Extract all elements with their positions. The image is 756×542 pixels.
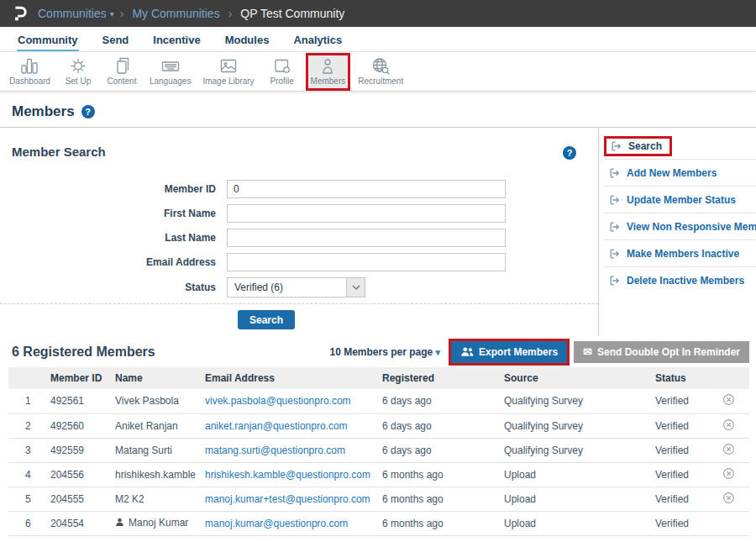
cell-source: Upload [504, 511, 655, 535]
cell-registered: 6 months ago [382, 487, 504, 511]
member-search-panel: Member Search ? Member IDFirst NameLast … [0, 128, 598, 336]
help-icon[interactable]: ? [81, 105, 95, 118]
member-email-link[interactable]: manoj.kumar@questionpro.com [205, 518, 348, 529]
cell-action [722, 413, 749, 438]
cell-action [722, 511, 749, 535]
member-id-input[interactable] [227, 180, 506, 198]
search-button[interactable]: Search [238, 310, 295, 329]
per-page-dropdown[interactable]: 10 Members per page ▾ [329, 346, 440, 358]
globe-search-icon [370, 55, 391, 76]
cell-source: Upload [504, 462, 655, 487]
cell-member-id: 204555 [50, 487, 115, 511]
form-row: Member ID [0, 180, 598, 198]
toolbar-item-dashboard[interactable]: Dashboard [5, 53, 55, 91]
sidebar-item-label: View Non Responsive Members [627, 221, 756, 233]
toolbar-item-recruitment[interactable]: Recruitment [354, 53, 407, 91]
arrow-right-box-icon [609, 248, 621, 260]
questionpro-logo[interactable] [12, 5, 27, 22]
caret-down-icon: ▾ [436, 347, 441, 357]
remove-member-icon[interactable] [722, 443, 735, 455]
tab-analytics[interactable]: Analytics [292, 29, 343, 51]
tab-incentive[interactable]: Incentive [152, 29, 201, 51]
toolbar-item-label: Dashboard [9, 76, 50, 86]
column-header-registered: Registered [382, 367, 504, 389]
member-search-help-icon[interactable]: ? [563, 146, 576, 160]
field-label-last-name: Last Name [0, 232, 227, 244]
cell-member-id: 492561 [50, 389, 115, 413]
remove-member-icon[interactable] [722, 492, 735, 504]
image-icon [218, 55, 239, 76]
bar-chart-icon [18, 55, 40, 76]
remove-member-icon[interactable] [722, 467, 735, 480]
header-action-blank [722, 367, 749, 389]
main-content: Member Search ? Member IDFirst NameLast … [0, 128, 756, 336]
export-members-highlight-box: Export Members [449, 339, 570, 366]
member-name: Aniket Ranjan [115, 420, 178, 432]
member-email-link[interactable]: vivek.pasbola@questionpro.com [205, 395, 351, 407]
sidebar-item-inner: Make Members Inactive [604, 245, 744, 262]
sidebar-item-update-member-status[interactable]: Update Member Status [604, 187, 756, 213]
member-email-link[interactable]: aniket.ranjan@questionpro.com [205, 420, 348, 432]
cell-name: Aniket Ranjan [115, 413, 205, 438]
member-email-link[interactable]: manoj.kumar+test@questionpro.com [205, 493, 370, 505]
sidebar-item-label: Make Members Inactive [627, 248, 739, 260]
member-email-link[interactable]: matang.surti@questionpro.com [205, 445, 345, 456]
chevron-down-icon [346, 278, 365, 297]
table-row: 4204556hrishikesh.kamblehrishikesh.kambl… [8, 462, 749, 487]
keyboard-icon [160, 55, 181, 76]
admin-person-icon [115, 518, 124, 529]
sidebar-item-view-non-responsive-members[interactable]: View Non Responsive Members [604, 213, 756, 240]
caret-down-icon[interactable]: ▾ [110, 9, 114, 18]
sidebar-item-make-members-inactive[interactable]: Make Members Inactive [604, 240, 756, 267]
sidebar-item-search[interactable]: Search [604, 133, 756, 160]
email-address-input[interactable] [227, 253, 506, 271]
row-number: 5 [8, 487, 50, 511]
member-search-title: Member Search [12, 145, 106, 159]
breadcrumb-item-qp-test-community[interactable]: QP Test Community [240, 7, 344, 20]
toolbar-item-set-up[interactable]: Set Up [58, 53, 98, 91]
sidebar-item-label: Add New Members [627, 167, 717, 179]
send-reminder-button[interactable]: ✉ Send Double Opt In Reminder [574, 341, 749, 363]
member-email-link[interactable]: hrishikesh.kamble@questionpro.com [205, 469, 370, 481]
actions-sidebar: SearchAdd New MembersUpdate Member Statu… [598, 128, 756, 336]
form-row: StatusVerified (6) [0, 277, 598, 297]
topbar: Communities▾›My Communities›QP Test Comm… [0, 0, 756, 27]
cell-name: Matang Surti [115, 438, 205, 462]
sidebar-item-label: Update Member Status [627, 194, 736, 206]
export-members-button[interactable]: Export Members [451, 341, 567, 363]
remove-member-icon[interactable] [722, 418, 735, 431]
cell-member-id: 204556 [50, 462, 115, 487]
cell-action [722, 389, 749, 413]
toolbar-item-label: Set Up [66, 76, 92, 86]
cell-member-id: 204554 [50, 511, 115, 535]
tab-community[interactable]: Community [17, 29, 79, 51]
cell-email: vivek.pasbola@questionpro.com [205, 389, 382, 413]
first-name-input[interactable] [227, 204, 506, 223]
tab-modules[interactable]: Modules [224, 29, 270, 51]
row-number: 6 [8, 511, 50, 535]
remove-member-icon[interactable] [722, 393, 735, 406]
status-select[interactable]: Verified (6) [227, 277, 365, 297]
sidebar-item-add-new-members[interactable]: Add New Members [604, 160, 756, 187]
breadcrumb-item-my-communities[interactable]: My Communities [132, 7, 219, 20]
cell-source: Qualifying Survey [504, 413, 655, 438]
tab-send[interactable]: Send [102, 29, 130, 51]
toolbar-item-image-library[interactable]: Image Library [198, 53, 258, 91]
column-header-source: Source [504, 367, 655, 389]
last-name-input[interactable] [227, 229, 506, 247]
person-icon [317, 55, 339, 76]
column-header-email-address: Email Address [205, 367, 382, 389]
sidebar-item-delete-inactive-members[interactable]: Delete Inactive Members [604, 267, 756, 294]
toolbar-item-label: Content [107, 76, 136, 86]
users-icon [460, 346, 474, 357]
toolbar-item-members[interactable]: Members [306, 53, 351, 91]
breadcrumb-item-communities[interactable]: Communities [38, 7, 107, 20]
toolbar-item-languages[interactable]: Languages [145, 53, 196, 91]
cell-action [722, 462, 749, 487]
toolbar-item-label: Image Library [202, 76, 254, 86]
toolbar-item-content[interactable]: Content [102, 53, 142, 91]
arrow-right-box-icon [609, 275, 621, 287]
table-header-row: Member IDNameEmail AddressRegisteredSour… [8, 367, 749, 389]
form-divider [0, 303, 598, 304]
toolbar-item-profile[interactable]: Profile [262, 53, 302, 91]
